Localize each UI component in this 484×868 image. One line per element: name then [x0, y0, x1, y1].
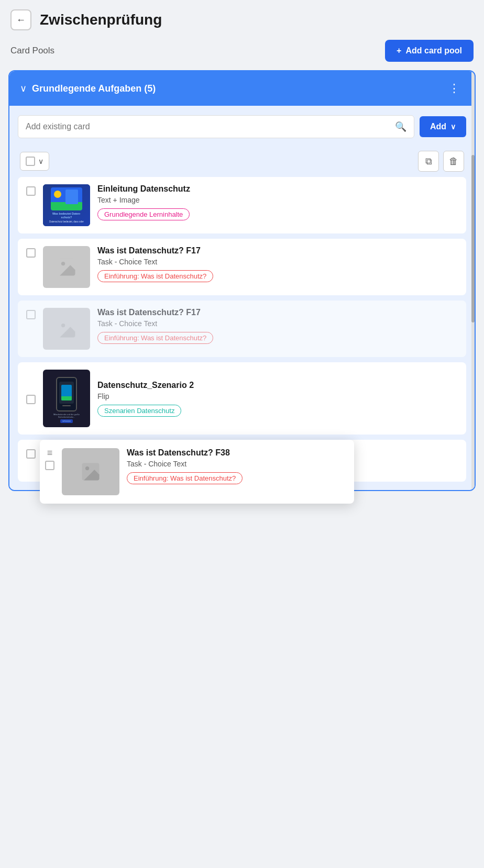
card-type: Task - Choice Text [97, 258, 458, 266]
card-title: Was ist Datenschutz? F17 [97, 308, 458, 317]
card-info: Was ist Datenschutz? F17 Task - Choice T… [97, 246, 458, 282]
scrollbar[interactable] [471, 71, 475, 490]
card-type: Flip [97, 392, 458, 400]
select-all-control[interactable]: ∨ [20, 152, 49, 171]
card-info: Datenschutz_Szenario 2 Flip Szenarien Da… [97, 381, 458, 417]
card-item: Was bedeutet Daten-schutz? Datenschutz b… [18, 177, 466, 233]
pool-name: Grundlegende Aufgaben (5) [32, 83, 156, 94]
tooltip-card-title: Was ist Datenschutz? F38 [127, 448, 346, 458]
card-item: Mitarbeitende und die großeSicherheitslü… [18, 362, 466, 435]
card-thumbnail: Was bedeutet Daten-schutz? Datenschutz b… [43, 184, 90, 226]
cards-list-area: ∨ ⧉ 🗑 [9, 146, 475, 490]
plus-icon: + [397, 46, 401, 55]
page-title: Zwischenprüfung [40, 12, 162, 28]
card-checkbox[interactable] [26, 186, 36, 196]
drag-handle-icon: ≡ [47, 448, 53, 458]
card-info: Was ist Datenschutz? F17 Task - Choice T… [97, 308, 458, 344]
card-thumbnail: Mitarbeitende und die großeSicherheitslü… [43, 370, 90, 427]
card-tag: Grundlegende Lerninhalte [97, 208, 190, 220]
back-arrow-icon: ← [16, 15, 26, 26]
card-checkbox[interactable] [26, 248, 36, 258]
card-title: Was ist Datenschutz? F17 [97, 246, 458, 255]
copy-button[interactable]: ⧉ [418, 151, 439, 172]
svg-point-1 [61, 262, 65, 265]
search-input-wrapper: 🔍 [18, 115, 414, 138]
tooltip-card: ≡ Was ist Datenschutz? F38 Task - Choice… [40, 440, 354, 504]
search-input[interactable] [26, 122, 391, 131]
search-button[interactable]: 🔍 [395, 121, 406, 132]
trash-icon: 🗑 [449, 156, 458, 167]
card-tag: Einführung: Was ist Datenschutz? [97, 270, 213, 282]
card-info: Einleitung Datenschutz Text + Image Grun… [97, 184, 458, 220]
svg-point-3 [61, 324, 65, 327]
tooltip-card-type: Task - Choice Text [127, 460, 346, 468]
card-checkbox[interactable] [26, 395, 36, 404]
tooltip-left-icons: ≡ [45, 448, 54, 470]
card-thumbnail [43, 246, 90, 288]
card-checkbox[interactable] [26, 449, 36, 459]
back-button[interactable]: ← [10, 9, 31, 30]
delete-button[interactable]: 🗑 [443, 151, 464, 172]
add-label: Add [430, 122, 446, 131]
tooltip-card-tag: Einführung: Was ist Datenschutz? [127, 472, 243, 484]
pool-collapse-icon[interactable]: ∨ [20, 83, 27, 94]
card-tag: Einführung: Was ist Datenschutz? [97, 332, 213, 344]
card-pools-label: Card Pools [10, 46, 54, 56]
search-area: 🔍 Add ∨ [9, 106, 475, 146]
chevron-down-icon: ∨ [450, 123, 456, 131]
pool-menu-button[interactable]: ⋮ [444, 80, 464, 97]
card-title: Einleitung Datenschutz [97, 184, 458, 194]
card-type: Text + Image [97, 196, 458, 204]
scrollbar-thumb [471, 155, 475, 322]
pool-header: ∨ Grundlegende Aufgaben (5) ⋮ [9, 71, 475, 106]
card-item: Was ist Datenschutz? F17 Task - Choice T… [18, 239, 466, 295]
card-title: Datenschutz_Szenario 2 [97, 381, 458, 390]
select-all-row: ∨ ⧉ 🗑 [18, 146, 466, 177]
select-all-checkbox[interactable] [26, 157, 35, 166]
add-card-pool-button[interactable]: + Add card pool [385, 40, 474, 62]
tooltip-card-info: Was ist Datenschutz? F38 Task - Choice T… [127, 448, 346, 484]
search-icon: 🔍 [395, 121, 406, 132]
select-dropdown-icon[interactable]: ∨ [38, 157, 43, 165]
copy-icon: ⧉ [425, 156, 432, 167]
card-item-bg: Was ist Datenschutz? F17 Task - Choice T… [18, 301, 466, 357]
tooltip-checkbox[interactable] [45, 461, 54, 470]
tooltip-thumbnail [62, 448, 119, 495]
card-type: Task - Choice Text [97, 319, 458, 328]
svg-point-7 [85, 466, 89, 470]
card-thumbnail [43, 308, 90, 350]
add-button[interactable]: Add ∨ [420, 116, 466, 137]
card-tag: Szenarien Datenschutz [97, 405, 181, 417]
card-pool-section: ∨ Grundlegende Aufgaben (5) ⋮ 🔍 Add ∨ [8, 70, 476, 491]
add-card-pool-label: Add card pool [405, 46, 462, 55]
card-checkbox[interactable] [26, 310, 36, 319]
